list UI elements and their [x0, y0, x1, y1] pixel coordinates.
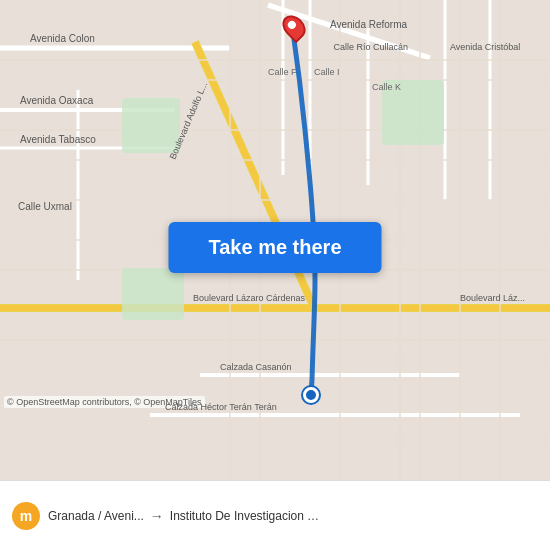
svg-text:Avenida Tabasco: Avenida Tabasco: [20, 134, 96, 145]
route-destination: Instituto De Investigacion Y De...: [170, 509, 320, 523]
svg-text:Calzada Casanón: Calzada Casanón: [220, 362, 292, 372]
map-container: Avenida Colon Avenida Oaxaca Avenida Tab…: [0, 0, 550, 480]
svg-text:Calle I: Calle I: [314, 67, 340, 77]
svg-text:Avenida Colon: Avenida Colon: [30, 33, 95, 44]
svg-text:Avenida Cristóbal: Avenida Cristóbal: [450, 42, 520, 52]
origin-pin: [303, 387, 319, 403]
svg-rect-34: [122, 268, 184, 320]
route-arrow-icon: →: [150, 508, 164, 524]
destination-pin: [284, 14, 304, 40]
svg-text:Calle Uxmal: Calle Uxmal: [18, 201, 72, 212]
svg-text:Calle F: Calle F: [268, 67, 297, 77]
svg-text:Calle K: Calle K: [372, 82, 401, 92]
moovit-logo: m: [12, 502, 40, 530]
take-me-there-button[interactable]: Take me there: [168, 222, 381, 273]
svg-text:Avenida Oaxaca: Avenida Oaxaca: [20, 95, 94, 106]
route-info: Granada / Aveni... → Instituto De Invest…: [48, 508, 538, 524]
svg-text:Boulevard Lázaro Cárdenas: Boulevard Lázaro Cárdenas: [193, 293, 306, 303]
bottom-bar: m Granada / Aveni... → Instituto De Inve…: [0, 480, 550, 550]
svg-text:Boulevard Láz...: Boulevard Láz...: [460, 293, 525, 303]
svg-text:Avenida Reforma: Avenida Reforma: [330, 19, 408, 30]
moovit-icon: m: [12, 502, 40, 530]
svg-text:Calzada Héctor Terán Terán: Calzada Héctor Terán Terán: [165, 402, 277, 412]
route-origin: Granada / Aveni...: [48, 509, 144, 523]
svg-text:Calle Río Cullacán: Calle Río Cullacán: [333, 42, 408, 52]
svg-rect-33: [122, 98, 180, 153]
